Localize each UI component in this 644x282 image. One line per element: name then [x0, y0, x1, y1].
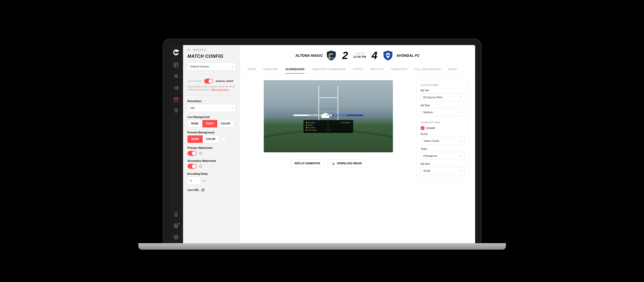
preview-bg-color-swatch[interactable] — [222, 137, 226, 141]
refresh-icon[interactable] — [201, 188, 205, 192]
nav-megaphone-icon[interactable] — [174, 85, 178, 90]
tab-status[interactable]: STATUS — [353, 65, 363, 73]
help-icon[interactable]: ? — [199, 152, 202, 155]
download-icon — [332, 162, 335, 165]
replay-animation-button[interactable]: REPLAY ANIMATION — [290, 159, 324, 168]
home-team-crest: CHEETAHS — [326, 50, 337, 61]
config-panel: MATCHES MATCH CONFIG Default Overlay▾ AU… — [183, 45, 240, 243]
ads-settings-heading: ADS SETTINGS — [421, 84, 464, 86]
tab-team-stats[interactable]: TEAM STATS — [391, 65, 407, 73]
live-bg-demo[interactable]: DEMO — [202, 120, 217, 127]
tab-intro[interactable]: INTRO — [248, 65, 256, 73]
svg-point-9 — [175, 236, 177, 238]
help-icon[interactable]: ? — [199, 165, 202, 168]
away-score: 4 — [372, 50, 377, 61]
nav-people-icon[interactable] — [174, 74, 178, 79]
svg-text:VS: VS — [175, 99, 177, 101]
stat-row: ADAMS13' — [306, 124, 351, 126]
secondary-wm-label: Secondary Watermark — [188, 159, 236, 162]
nav-activity-icon[interactable] — [174, 223, 178, 228]
away-team-name: AVONDAL FC — [396, 54, 420, 58]
nav-brush-icon[interactable] — [174, 108, 178, 113]
svg-point-8 — [174, 235, 178, 239]
chevron-down-icon: ▾ — [232, 107, 233, 109]
tab-penalties[interactable]: PENALTIES — [263, 65, 278, 73]
live-url-row: Live URL — [188, 188, 236, 192]
svg-point-2 — [176, 75, 177, 76]
include-checkbox[interactable]: ✓ — [421, 126, 424, 130]
live-bg-none[interactable]: NONE — [188, 120, 202, 127]
encoding-label: Encoding Delay — [188, 172, 236, 175]
team-select[interactable]: Pythagoras▾ — [421, 152, 464, 160]
stat-row: WILLIAMS37' — [306, 126, 351, 129]
live-bg-segmented: NONE DEMO COLOR — [188, 120, 236, 127]
tab-scoreboard[interactable]: SCOREBOARD — [285, 65, 304, 74]
preview-canvas: HALF TIME POOL B · 3RD MATCH ALTONA MAGI… — [264, 80, 393, 152]
stat-row: CALLAGHER37' 84' — [306, 129, 351, 131]
download-image-button[interactable]: DOWNLOAD IMAGE — [327, 159, 366, 168]
back-label: MATCHES — [193, 49, 206, 51]
back-to-matches[interactable]: MATCHES — [188, 49, 236, 51]
preview-bg-segmented: DEMO COLOR — [188, 135, 236, 143]
take-control-link[interactable]: Take control now › — [211, 88, 229, 91]
secondary-wm-switch[interactable] — [188, 164, 196, 169]
overlay-select[interactable]: Default Overlay▾ — [188, 62, 236, 70]
mode-toggle-row: AUTO MODE MANUAL MODE — [188, 79, 236, 84]
live-bg-color-swatch[interactable] — [236, 121, 237, 126]
home-team-name: ALTONA MAGIC — [295, 54, 323, 58]
live-bg-color[interactable]: COLOR — [217, 120, 234, 127]
ad-size-select[interactable]: Medium▾ — [421, 108, 464, 116]
preview-bg-color[interactable]: COLOR — [203, 135, 219, 143]
svg-point-6 — [176, 215, 176, 216]
mode-helper-text: Manual Mode is ON. Graphics will not be … — [188, 85, 236, 91]
event-select[interactable]: Yellow Cards▾ — [421, 137, 464, 145]
encoding-unit: sec — [202, 179, 206, 182]
svg-text:EAGLES: EAGLES — [386, 55, 390, 56]
live-bg-label: Live Background — [188, 115, 236, 118]
tab-team-stat-comparison[interactable]: TEAM STAT COMPARISON — [312, 65, 346, 73]
panel-title: MATCH CONFIG — [188, 54, 236, 59]
nav-layout-icon[interactable] — [174, 62, 178, 67]
auto-mode-label: AUTO MODE — [188, 80, 202, 82]
chevron-down-icon: ▾ — [232, 65, 233, 68]
resolution-label: Resolution — [188, 100, 236, 102]
graphic-tabs: INTROPENALTIESSCOREBOARDTEAM STAT COMPAR… — [240, 63, 475, 74]
primary-wm-label: Primary Watermark — [188, 146, 236, 149]
manual-mode-label: MANUAL MODE — [216, 80, 234, 82]
svg-rect-0 — [174, 63, 178, 67]
nav-settings-icon[interactable] — [174, 235, 178, 240]
ads-settings-panel: ADS SETTINGS Ad Set EA Sports Pitch▾ Ad … — [416, 80, 469, 179]
away-team-crest: EAGLES — [382, 50, 394, 61]
tab-full-background[interactable]: FULL BACKGROUND — [415, 65, 441, 73]
primary-wm-switch[interactable] — [188, 151, 196, 156]
team-stat-ads-heading: TEAM STAT ADS — [421, 121, 464, 124]
home-score: 2 — [342, 50, 348, 61]
brand-logo — [172, 49, 180, 56]
preview-bg-label: Preview Background — [188, 131, 236, 134]
arrow-left-icon — [188, 49, 191, 51]
stat-row: WILLIAMS37'BUFFARINI — [306, 121, 351, 124]
match-datetime: AUG 28 12:00 PM — [353, 52, 366, 59]
nav-device-icon[interactable] — [174, 212, 178, 217]
tab-match-id[interactable]: MATCH ID — [370, 65, 384, 73]
tab-event[interactable]: EVENT — [448, 65, 458, 73]
include-label: Include — [426, 126, 435, 129]
match-header: ALTONA MAGIC CHEETAHS 2 AUG 28 12:00 PM … — [240, 45, 475, 63]
nav-calendar-vs-icon[interactable]: VS — [174, 97, 178, 102]
nav-rail: VS — [169, 45, 183, 243]
preview-bg-demo[interactable]: DEMO — [188, 135, 203, 143]
ad-set-select[interactable]: EA Sports Pitch▾ — [421, 93, 464, 101]
encoding-delay-input[interactable]: 0 — [188, 177, 200, 185]
svg-text:CHEETAHS: CHEETAHS — [328, 57, 335, 59]
mode-switch[interactable] — [204, 79, 213, 84]
resolution-select[interactable]: 540▾ — [188, 104, 236, 112]
scoreboard-overlay: HALF TIME POOL B · 3RD MATCH ALTONA MAGI… — [294, 110, 363, 133]
ad-size-2-select[interactable]: Small▾ — [421, 167, 464, 175]
main-area: ALTONA MAGIC CHEETAHS 2 AUG 28 12:00 PM … — [240, 45, 475, 243]
svg-point-1 — [175, 75, 176, 76]
